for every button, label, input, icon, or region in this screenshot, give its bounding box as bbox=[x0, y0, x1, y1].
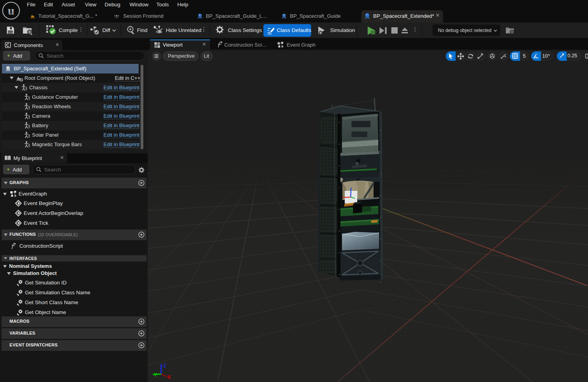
svg-text:Y: Y bbox=[154, 372, 157, 378]
svg-text:Z: Z bbox=[163, 363, 166, 369]
svg-text:u: u bbox=[8, 4, 15, 17]
svg-text:X: X bbox=[167, 374, 171, 380]
